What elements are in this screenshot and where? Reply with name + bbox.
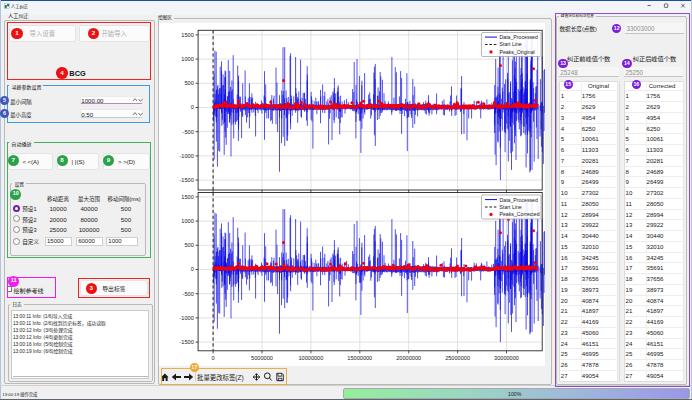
svg-text:5000000: 5000000 — [251, 355, 273, 361]
svg-text:Peaks_Corrected: Peaks_Corrected — [499, 211, 539, 217]
svg-text:20000000: 20000000 — [396, 355, 421, 361]
svg-text:1500: 1500 — [181, 193, 193, 199]
svg-text:25000000: 25000000 — [445, 355, 470, 361]
svg-text:15000000: 15000000 — [347, 355, 372, 361]
svg-text:10000000: 10000000 — [298, 355, 323, 361]
svg-text:Data_Processed: Data_Processed — [499, 34, 537, 40]
svg-text:Start Line: Start Line — [499, 41, 521, 47]
svg-text:0: 0 — [211, 355, 214, 361]
svg-text:-500: -500 — [182, 290, 193, 296]
svg-text:Data_Processed: Data_Processed — [499, 196, 537, 202]
svg-text:Peaks_Original: Peaks_Original — [499, 48, 534, 54]
svg-text:500: 500 — [184, 242, 193, 248]
svg-text:1000: 1000 — [181, 218, 193, 224]
svg-text:1500: 1500 — [181, 31, 193, 37]
svg-text:1000: 1000 — [181, 56, 193, 62]
svg-text:30000000: 30000000 — [494, 355, 519, 361]
svg-text:-500: -500 — [182, 128, 193, 134]
svg-text:0: 0 — [190, 104, 193, 110]
svg-text:Start Line: Start Line — [499, 203, 521, 209]
svg-text:-1000: -1000 — [179, 314, 193, 320]
svg-text:-1500: -1500 — [179, 177, 193, 183]
svg-text:-1000: -1000 — [179, 152, 193, 158]
svg-text:0: 0 — [190, 266, 193, 272]
svg-text:500: 500 — [184, 80, 193, 86]
svg-text:-1500: -1500 — [179, 339, 193, 345]
